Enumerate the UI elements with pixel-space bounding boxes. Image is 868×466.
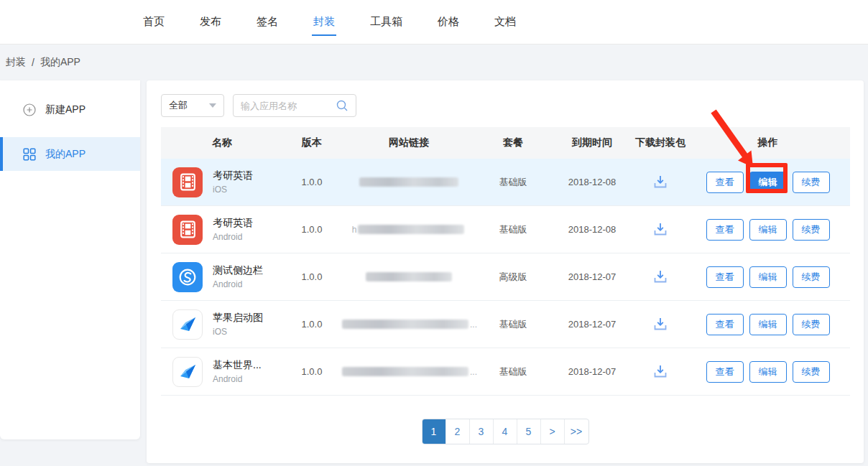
app-version: 1.0.0 [283, 271, 341, 282]
category-select[interactable]: 全部 [161, 94, 224, 117]
table-header-row: 名称 版本 网站链接 套餐 到期时间 下载封装包 操作 [161, 127, 850, 159]
nav-home[interactable]: 首页 [143, 0, 165, 45]
app-version: 1.0.0 [283, 224, 341, 235]
download-icon[interactable] [652, 364, 669, 380]
last-page-button[interactable]: >> [565, 419, 588, 444]
breadcrumb-current: 我的APP [40, 56, 80, 69]
caret-down-icon [209, 103, 216, 108]
view-button[interactable]: 查看 [706, 266, 744, 288]
search-icon[interactable] [336, 99, 348, 112]
nav-publish[interactable]: 发布 [200, 0, 221, 45]
col-header-url: 网站链接 [341, 136, 477, 149]
app-platform: iOS [213, 327, 263, 337]
masked-url [342, 367, 468, 376]
view-button[interactable]: 查看 [706, 172, 744, 193]
col-header-version: 版本 [283, 136, 341, 149]
category-select-value: 全部 [169, 99, 188, 112]
download-icon[interactable] [652, 317, 669, 332]
plus-circle-icon [23, 103, 36, 116]
app-expire-date: 2018-12-07 [549, 319, 635, 330]
app-name: 考研英语 [213, 169, 253, 182]
masked-url-suffix: ... [470, 367, 477, 377]
page-button-2[interactable]: 2 [446, 419, 470, 444]
renew-button[interactable]: 续费 [793, 219, 830, 241]
page-button-4[interactable]: 4 [494, 419, 517, 444]
app-page: 首页 发布 签名 封装 工具箱 价格 文档 封装 / 我的APP 新建APP 我… [0, 0, 868, 466]
app-platform: Android [213, 374, 262, 384]
sidebar-item-label: 我的APP [45, 148, 86, 161]
next-page-button[interactable]: > [541, 419, 565, 444]
table-row: 考研英语 Android 1.0.0 h 基础版 2018-12-08 查看 编… [161, 206, 850, 253]
nav-sign[interactable]: 签名 [257, 0, 278, 45]
film-app-icon [172, 215, 203, 245]
app-plan: 基础版 [477, 318, 549, 331]
renew-button[interactable]: 续费 [793, 266, 830, 288]
col-header-expire: 到期时间 [549, 136, 635, 149]
masked-url [366, 272, 452, 281]
app-expire-date: 2018-12-07 [549, 271, 635, 282]
app-version: 1.0.0 [283, 177, 341, 187]
app-platform: Android [213, 279, 263, 289]
film-app-icon [172, 167, 203, 197]
renew-button[interactable]: 续费 [793, 314, 830, 335]
app-name: 苹果启动图 [213, 312, 263, 325]
nav-package[interactable]: 封装 [313, 0, 335, 45]
app-version: 1.0.0 [283, 366, 341, 377]
download-icon[interactable] [652, 222, 669, 238]
table-row: 苹果启动图 iOS 1.0.0 ... 基础版 2018-12-07 查看 编辑… [161, 301, 850, 348]
masked-url-prefix: h [352, 225, 357, 235]
filter-bar: 全部 [161, 94, 864, 117]
app-expire-date: 2018-12-08 [549, 224, 635, 235]
app-platform: iOS [213, 185, 253, 195]
sidebar-item-my-app[interactable]: 我的APP [0, 137, 140, 171]
sidebar: 新建APP 我的APP [0, 80, 140, 439]
top-nav: 首页 发布 签名 封装 工具箱 价格 文档 [0, 0, 868, 45]
app-name: 考研英语 [213, 217, 253, 230]
apps-table: 名称 版本 网站链接 套餐 到期时间 下载封装包 操作 考研英语 iOS [161, 127, 850, 396]
search-input[interactable] [241, 101, 331, 111]
sidebar-item-new-app[interactable]: 新建APP [0, 92, 140, 128]
view-button[interactable]: 查看 [706, 314, 744, 335]
col-header-plan: 套餐 [477, 136, 549, 149]
masked-url [342, 320, 468, 329]
masked-url-suffix: ... [470, 320, 477, 330]
nav-toolbox[interactable]: 工具箱 [370, 0, 402, 45]
view-button[interactable]: 查看 [706, 361, 744, 383]
edit-button[interactable]: 编辑 [749, 314, 787, 335]
page-button-3[interactable]: 3 [470, 419, 494, 444]
app-plan: 基础版 [477, 176, 549, 189]
nav-price[interactable]: 价格 [438, 0, 459, 45]
app-platform: Android [213, 232, 253, 242]
table-row: 基本世界... Android 1.0.0 ... 基础版 2018-12-07… [161, 348, 850, 396]
page-button-1[interactable]: 1 [423, 419, 446, 444]
edit-button[interactable]: 编辑 [749, 266, 787, 288]
bird-app-icon [172, 309, 203, 340]
grid-icon [23, 148, 36, 161]
page-button-5[interactable]: 5 [517, 419, 541, 444]
edit-button[interactable]: 编辑 [749, 219, 787, 241]
app-plan: 高级版 [477, 271, 549, 284]
app-plan: 基础版 [477, 365, 549, 378]
app-version: 1.0.0 [283, 319, 341, 330]
edit-button[interactable]: 编辑 [749, 172, 787, 193]
main-panel: 全部 名称 版本 网站链接 套餐 到期时间 下载封装包 操作 [147, 80, 864, 463]
app-name: 基本世界... [213, 359, 262, 372]
bird-app-icon [172, 357, 203, 387]
app-plan: 基础版 [477, 223, 549, 236]
view-button[interactable]: 查看 [706, 219, 744, 241]
renew-button[interactable]: 续费 [793, 361, 830, 383]
breadcrumb-parent[interactable]: 封装 [6, 56, 26, 69]
pagination: 1 2 3 4 5 > >> [147, 419, 864, 444]
download-icon[interactable] [652, 269, 669, 285]
table-row: 考研英语 iOS 1.0.0 基础版 2018-12-08 查看 编辑 续费 [161, 159, 850, 206]
edit-button[interactable]: 编辑 [749, 361, 787, 383]
masked-url [359, 177, 458, 187]
renew-button[interactable]: 续费 [793, 172, 830, 193]
breadcrumb: 封装 / 我的APP [6, 45, 80, 80]
app-expire-date: 2018-12-07 [549, 366, 635, 377]
download-icon[interactable] [652, 174, 669, 190]
nav-docs[interactable]: 文档 [494, 0, 516, 45]
breadcrumb-separator: / [32, 57, 34, 68]
search-box [233, 94, 356, 117]
s-circle-app-icon [172, 262, 203, 292]
